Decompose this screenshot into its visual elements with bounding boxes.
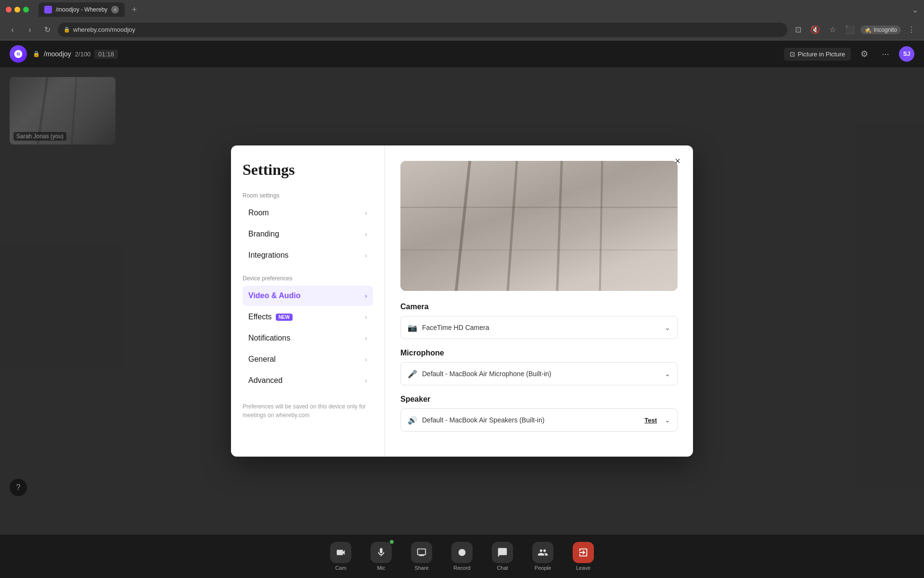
record-button[interactable]: Record (443, 539, 481, 573)
tab-close-button[interactable]: × (111, 6, 119, 13)
svg-point-0 (459, 549, 466, 556)
camera-select-arrow: ⌄ (665, 324, 670, 331)
nav-arrow-room: › (365, 209, 367, 217)
cast-icon[interactable]: ⊡ (791, 23, 805, 37)
settings-nav-item-advanced[interactable]: Advanced › (243, 370, 373, 391)
nav-arrow-general: › (365, 355, 367, 363)
settings-button[interactable]: ⚙ (857, 46, 872, 62)
settings-nav-item-room[interactable]: Room › (243, 203, 373, 223)
close-traffic-light[interactable] (6, 7, 12, 13)
microphone-device-name: Default - MacBook Air Microphone (Built-… (422, 370, 551, 378)
incognito-label: Incognito (873, 26, 897, 33)
whereby-header-right: ⊡ Picture in Picture ⚙ ··· SJ (784, 46, 914, 62)
more-options-button[interactable]: ··· (878, 46, 893, 62)
nav-label-branding: Branding (248, 230, 279, 238)
maximize-traffic-light[interactable] (23, 7, 29, 13)
star-icon[interactable]: ☆ (826, 23, 839, 37)
nav-label-notifications: Notifications (248, 334, 290, 342)
mic-icon (371, 542, 392, 563)
new-tab-button[interactable]: + (128, 4, 140, 15)
nav-label-advanced: Advanced (248, 376, 282, 385)
people-button[interactable]: People (524, 539, 562, 573)
modal-close-button[interactable]: × (670, 153, 685, 169)
browser-tab[interactable]: /moodjoy - Whereby × (38, 2, 125, 17)
nav-item-left: Integrations (248, 251, 289, 260)
nav-item-left: Branding (248, 230, 279, 238)
camera-preview-image (400, 161, 678, 291)
whereby-room-info: 🔒 /moodjoy 2/100 01:18 (33, 50, 118, 59)
chat-label: Chat (497, 565, 508, 571)
bottom-toolbar: Cam Mic Share Record Chat (0, 535, 924, 578)
forward-button[interactable]: › (23, 23, 37, 37)
back-button[interactable]: ‹ (6, 23, 19, 37)
minimize-traffic-light[interactable] (14, 7, 20, 13)
settings-nav-item-integrations[interactable]: Integrations › (243, 245, 373, 265)
lock-icon: 🔒 (64, 26, 70, 33)
browser-toolbar: ‹ › ↻ 🔒 whereby.com/moodjoy ⊡ 🔇 ☆ ⬛ 🕵 In… (0, 19, 924, 40)
microphone-select-label: 🎤 Default - MacBook Air Microphone (Buil… (408, 369, 551, 379)
nav-arrow-advanced: › (365, 377, 367, 384)
cam-icon (330, 542, 351, 563)
speaker-test-button[interactable]: Test (644, 417, 657, 424)
nav-item-left: Advanced (248, 376, 282, 385)
settings-nav-item-notifications[interactable]: Notifications › (243, 328, 373, 348)
incognito-badge: 🕵 Incognito (860, 26, 901, 34)
extension-icon[interactable]: ⬛ (843, 23, 857, 37)
nav-arrow-effects: › (365, 313, 367, 321)
nav-arrow-notifications: › (365, 334, 367, 342)
pip-label: Picture in Picture (798, 51, 845, 58)
speaker-select-arrow: ⌄ (665, 416, 670, 424)
mute-icon[interactable]: 🔇 (808, 23, 822, 37)
cam-label: Cam (335, 565, 346, 571)
address-bar[interactable]: 🔒 whereby.com/moodjoy (58, 23, 787, 37)
new-badge: NEW (276, 314, 293, 321)
pip-button[interactable]: ⊡ Picture in Picture (784, 48, 851, 61)
share-button[interactable]: Share (402, 539, 441, 573)
nav-item-left: Room (248, 209, 269, 217)
address-text: whereby.com/moodjoy (73, 26, 135, 33)
camera-select[interactable]: 📷 FaceTime HD Camera ⌄ (400, 316, 678, 339)
speaker-select[interactable]: 🔊 Default - MacBook Air Speakers (Built-… (400, 408, 678, 432)
camera-device-name: FaceTime HD Camera (422, 324, 489, 331)
whereby-header-left: 🔒 /moodjoy 2/100 01:18 (10, 45, 118, 63)
participant-count: 2/100 (75, 51, 91, 58)
chat-icon (492, 542, 513, 563)
session-timer: 01:18 (94, 50, 118, 59)
nav-label-room: Room (248, 209, 269, 217)
camera-preview (400, 161, 678, 291)
nav-label-effects: Effects (248, 313, 272, 321)
mic-label: Mic (377, 565, 385, 571)
microphone-select[interactable]: 🎤 Default - MacBook Air Microphone (Buil… (400, 362, 678, 385)
leave-button[interactable]: Leave (564, 539, 603, 573)
settings-modal: × Settings Room settings Room › Branding (231, 145, 693, 457)
cam-button[interactable]: Cam (321, 539, 360, 573)
microphone-device-icon: 🎤 (408, 369, 417, 379)
camera-device-icon: 📷 (408, 323, 417, 332)
settings-nav-item-branding[interactable]: Branding › (243, 224, 373, 244)
reload-button[interactable]: ↻ (40, 23, 54, 37)
chat-button[interactable]: Chat (483, 539, 522, 573)
settings-title: Settings (243, 161, 373, 179)
speaker-section-heading: Speaker (400, 395, 678, 404)
nav-label-integrations: Integrations (248, 251, 289, 260)
browser-menu-button[interactable]: ⋮ (905, 23, 918, 37)
mic-button[interactable]: Mic (362, 539, 400, 573)
traffic-lights (6, 7, 29, 13)
people-label: People (535, 565, 551, 571)
room-name: /moodjoy (44, 50, 71, 58)
record-icon (451, 542, 473, 563)
room-lock-icon: 🔒 (33, 51, 40, 57)
settings-nav-item-effects[interactable]: Effects NEW › (243, 307, 373, 327)
leave-label: Leave (576, 565, 590, 571)
window-controls: ⌄ (912, 5, 918, 14)
settings-nav-item-video-audio[interactable]: Video & Audio › (243, 286, 373, 306)
nav-arrow-integrations: › (365, 251, 367, 259)
settings-nav-item-general[interactable]: General › (243, 349, 373, 369)
user-avatar[interactable]: SJ (899, 46, 914, 62)
whereby-logo (10, 45, 27, 63)
settings-nav-panel: Settings Room settings Room › Branding › (231, 145, 385, 457)
modal-overlay: × Settings Room settings Room › Branding (0, 67, 924, 535)
nav-arrow-video-audio: › (365, 292, 367, 300)
microphone-section-heading: Microphone (400, 349, 678, 357)
nav-item-left: Effects NEW (248, 313, 293, 321)
